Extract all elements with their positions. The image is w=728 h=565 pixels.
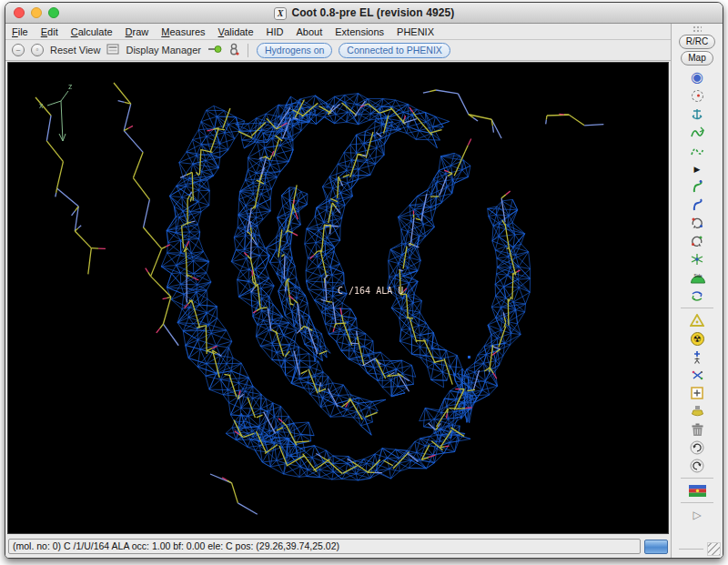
side-chain-flip-icon[interactable] [672, 311, 723, 329]
simple-mutate-icon[interactable] [672, 348, 723, 366]
anchor-icon[interactable] [672, 105, 723, 123]
horizontal-scroll-thumb[interactable] [644, 540, 668, 554]
regularize-icon[interactable] [672, 141, 723, 159]
menu-item-file[interactable]: File [12, 26, 28, 37]
real-space-refine-icon[interactable] [672, 123, 723, 141]
hydrogen-figure-icon[interactable] [228, 43, 239, 57]
window-title: XCoot 0.8-pre EL (revision 4925) [5, 6, 723, 19]
rrc-button[interactable]: R/RC [679, 35, 715, 49]
rotamer-select-icon[interactable] [672, 232, 723, 250]
stop-icon[interactable]: ▫ [31, 44, 44, 56]
window-resize-grip[interactable] [707, 542, 721, 556]
main-toolbar: – ▫ Reset View Display Manager Hydrogens… [5, 40, 671, 61]
menu-item-measures[interactable]: Measures [161, 26, 205, 37]
side-view-icon[interactable]: Side [672, 268, 723, 287]
menu-bar: FileEditCalculateDrawMeasuresValidateHID… [5, 24, 671, 40]
menu-item-draw[interactable]: Draw [126, 26, 149, 37]
add-alt-conf-icon[interactable] [672, 384, 723, 402]
display-manager-button[interactable]: Display Manager [126, 45, 201, 55]
menu-item-hid[interactable]: HID [267, 26, 284, 37]
expander-triangle-icon[interactable]: ▶ [672, 159, 723, 177]
menu-item-phenix[interactable]: PHENIX [397, 26, 434, 37]
delete-item-icon[interactable] [672, 420, 723, 439]
modelling-sidebar: R/RC Map ◉▶Side☢▷ [671, 24, 723, 558]
toolbar-overflow-icon[interactable]: – [12, 44, 25, 56]
svg-text:Side: Side [693, 273, 703, 277]
menu-item-about[interactable]: About [297, 26, 323, 37]
globe-icon[interactable]: ◉ [672, 68, 723, 86]
play-icon[interactable]: ▷ [672, 506, 723, 524]
edit-chi-angles-icon[interactable] [672, 250, 723, 268]
molecule-3d-viewport[interactable] [7, 62, 669, 534]
auto-fit-rotamer-icon[interactable] [672, 214, 723, 232]
phenix-connection-button[interactable]: Connected to PHENIX [339, 43, 450, 58]
sidebar-scroll-track[interactable] [679, 549, 703, 550]
atom-status-text: (mol. no: 0) C /1/U/164 ALA occ: 1.00 bf… [8, 539, 641, 554]
key-icon[interactable] [207, 45, 222, 55]
redo-icon[interactable] [672, 457, 723, 475]
title-bar[interactable]: XCoot 0.8-pre EL (revision 4925) [5, 3, 723, 24]
hydrogens-toggle-button[interactable]: Hydrogens on [257, 43, 332, 58]
map-button[interactable]: Map [681, 51, 713, 66]
status-bar: (mol. no: 0) C /1/U/164 ALA occ: 1.00 bf… [5, 535, 671, 558]
trackball-icon[interactable] [672, 86, 723, 105]
rotate-translate-icon[interactable] [672, 196, 723, 214]
display-manager-icon [106, 44, 119, 56]
flip-peptide-icon[interactable] [672, 287, 723, 305]
menu-item-edit[interactable]: Edit [41, 26, 58, 37]
add-terminal-residue-icon[interactable] [672, 366, 723, 384]
find-waters-icon[interactable] [672, 402, 723, 420]
menu-item-calculate[interactable]: Calculate [71, 26, 113, 37]
sidebar-separator [681, 478, 713, 479]
undo-icon[interactable] [672, 439, 723, 457]
menu-item-validate[interactable]: Validate [218, 26, 254, 37]
run-refmac-icon[interactable] [672, 481, 723, 499]
reset-view-button[interactable]: Reset View [50, 45, 100, 55]
sidebar-separator [681, 502, 713, 503]
menu-item-extensions[interactable]: Extensions [335, 26, 384, 37]
mutate-autofit-icon[interactable]: ☢ [672, 329, 723, 348]
toolbar-grip-icon[interactable] [693, 25, 702, 33]
x11-app-icon: X [274, 7, 288, 20]
rigid-body-fit-icon[interactable] [672, 177, 723, 196]
sidebar-separator [681, 308, 713, 308]
coot-window: XCoot 0.8-pre EL (revision 4925) FileEdi… [5, 2, 723, 559]
